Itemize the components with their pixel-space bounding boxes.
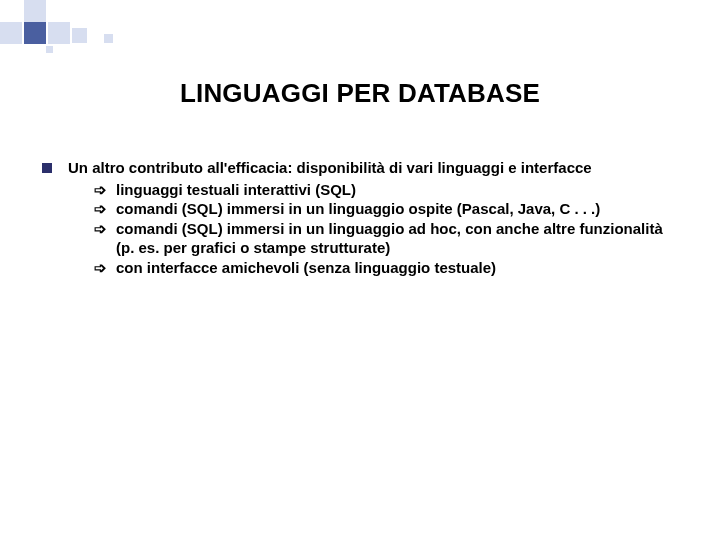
slide-content: Un altro contributo all'efficacia: dispo… xyxy=(42,158,680,277)
bullet-item: Un altro contributo all'efficacia: dispo… xyxy=(42,158,680,277)
arrow-icon: ➩ xyxy=(94,199,116,219)
sub-item-text: comandi (SQL) immersi in un linguaggio o… xyxy=(116,199,680,219)
sub-item: ➩ comandi (SQL) immersi in un linguaggio… xyxy=(94,199,680,219)
square-bullet-icon xyxy=(42,163,52,173)
sub-list: ➩ linguaggi testuali interattivi (SQL) ➩… xyxy=(94,180,680,278)
sub-item-text: con interfacce amichevoli (senza linguag… xyxy=(116,258,680,278)
arrow-icon: ➩ xyxy=(94,219,116,239)
bullet-body: Un altro contributo all'efficacia: dispo… xyxy=(68,158,680,277)
sub-item: ➩ con interfacce amichevoli (senza lingu… xyxy=(94,258,680,278)
arrow-icon: ➩ xyxy=(94,258,116,278)
corner-decoration xyxy=(0,0,140,55)
sub-item-text: linguaggi testuali interattivi (SQL) xyxy=(116,180,680,200)
arrow-icon: ➩ xyxy=(94,180,116,200)
sub-item: ➩ linguaggi testuali interattivi (SQL) xyxy=(94,180,680,200)
sub-item-text: comandi (SQL) immersi in un linguaggio a… xyxy=(116,219,680,258)
bullet-intro: Un altro contributo all'efficacia: dispo… xyxy=(68,159,592,176)
sub-item: ➩ comandi (SQL) immersi in un linguaggio… xyxy=(94,219,680,258)
slide-title: LINGUAGGI PER DATABASE xyxy=(0,78,720,109)
